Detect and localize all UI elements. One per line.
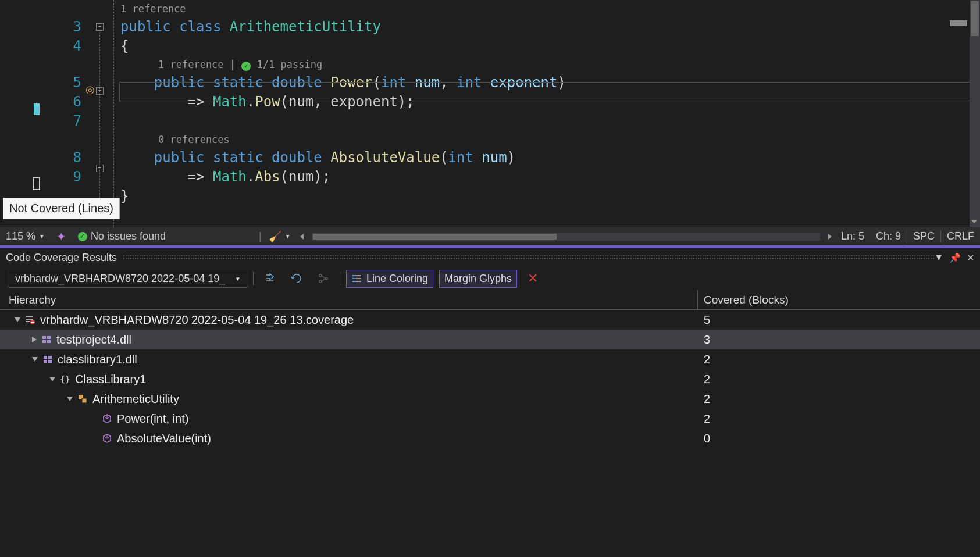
coverage-run-dropdown[interactable]: vrbhardw_VRBHARDW8720 2022-05-04 19_ ▼ xyxy=(9,270,247,288)
scroll-down-icon[interactable] xyxy=(971,220,977,223)
issues-status[interactable]: ✓ No issues found xyxy=(72,230,172,242)
svg-point-2 xyxy=(325,277,327,280)
covered-value: 2 xyxy=(698,412,710,426)
line-number: 8 xyxy=(44,148,81,167)
zoom-dropdown[interactable]: 115 % ▼ xyxy=(0,230,51,242)
coverage-covered-glyph[interactable] xyxy=(34,103,40,115)
svg-rect-8 xyxy=(355,281,361,282)
intellicode-icon[interactable]: ✦ xyxy=(51,230,72,244)
scrollbar-thumb[interactable] xyxy=(971,1,979,36)
coverage-tooltip: Not Covered (Lines) xyxy=(3,198,120,219)
editor-margin xyxy=(0,0,44,227)
test-indicator-icon[interactable]: ◎ xyxy=(85,83,96,94)
tree-item-label: testproject4.dll xyxy=(56,333,131,347)
coverage-toolbar: vrbhardw_VRBHARDW8720 2022-05-04 19_ ▼ L… xyxy=(0,267,980,290)
merge-icon[interactable] xyxy=(313,270,334,287)
scroll-left-icon[interactable] xyxy=(297,231,307,242)
module-icon xyxy=(41,334,52,345)
svg-rect-13 xyxy=(31,322,34,323)
tree-row[interactable]: ArithemeticUtility 2 xyxy=(0,389,980,409)
line-number: 7 xyxy=(44,112,81,131)
covered-value: 0 xyxy=(698,432,710,445)
panel-dropdown-icon[interactable]: ▼ xyxy=(934,252,943,263)
scroll-right-icon[interactable] xyxy=(825,231,835,242)
svg-rect-16 xyxy=(42,340,46,343)
coverage-not-covered-glyph[interactable] xyxy=(33,177,40,190)
tree-row[interactable]: Power(int, int) 2 xyxy=(0,409,980,429)
horizontal-scrollbar[interactable] xyxy=(312,233,820,241)
pin-icon[interactable]: 📌 xyxy=(949,252,961,263)
code-line[interactable]: => Math.Abs(num); xyxy=(120,167,980,187)
export-icon[interactable] xyxy=(259,270,280,287)
close-icon[interactable]: ✕ xyxy=(967,252,974,263)
method-icon xyxy=(102,413,112,424)
tree-item-label: AbsoluteValue(int) xyxy=(117,432,211,445)
delete-icon[interactable]: ✕ xyxy=(523,271,543,286)
covered-value: 2 xyxy=(698,373,710,386)
code-line[interactable]: public static double AbsoluteValue(int n… xyxy=(120,148,980,167)
vertical-scrollbar[interactable] xyxy=(970,0,980,227)
current-line-highlight xyxy=(119,82,974,101)
editor-status-bar: 115 % ▼ ✦ ✓ No issues found | 🧹▼ Ln: 5 C… xyxy=(0,227,980,245)
codelens[interactable]: 1 reference | ✓ 1/1 passing xyxy=(120,56,980,73)
line-ending[interactable]: CRLF xyxy=(940,230,980,242)
code-line[interactable]: } xyxy=(120,187,980,206)
covered-value: 2 xyxy=(698,392,710,406)
codelens[interactable]: 0 references xyxy=(120,131,980,148)
svg-point-0 xyxy=(319,274,322,277)
cleanup-icon[interactable]: 🧹▼ xyxy=(263,230,297,243)
code-line[interactable]: public class ArithemeticUtility xyxy=(120,17,980,37)
code-line[interactable]: { xyxy=(120,37,980,56)
expander-open-icon[interactable] xyxy=(49,377,55,381)
tree-row[interactable]: testproject4.dll 3 xyxy=(0,330,980,349)
class-icon xyxy=(77,394,88,404)
column-covered[interactable]: Covered (Blocks) xyxy=(698,294,980,306)
expander-open-icon[interactable] xyxy=(67,397,73,401)
svg-rect-19 xyxy=(48,356,52,359)
svg-rect-3 xyxy=(352,275,355,276)
tree-row[interactable]: AbsoluteValue(int) 0 xyxy=(0,429,980,448)
svg-rect-7 xyxy=(352,281,355,282)
fold-toggle[interactable]: − xyxy=(96,87,104,95)
check-icon: ✓ xyxy=(78,232,87,241)
line-number: 3 xyxy=(44,17,81,37)
code-line[interactable] xyxy=(120,112,980,131)
fold-toggle[interactable]: − xyxy=(96,23,104,31)
tree-header: Hierarchy Covered (Blocks) xyxy=(0,290,980,310)
codelens[interactable]: 1 reference xyxy=(120,0,980,17)
coverage-tree: vrbhardw_VRBHARDW8720 2022-05-04 19_26 1… xyxy=(0,310,980,448)
expander-closed-icon[interactable] xyxy=(32,337,37,342)
svg-rect-18 xyxy=(44,356,47,359)
column-hierarchy[interactable]: Hierarchy xyxy=(0,290,698,309)
tree-item-label: Power(int, int) xyxy=(117,412,188,426)
tree-item-label: classlibrary1.dll xyxy=(58,353,137,366)
covered-value: 2 xyxy=(698,353,710,366)
panel-header: Code Coverage Results ▼ 📌 ✕ xyxy=(0,248,980,267)
line-number: 5 xyxy=(44,73,81,92)
tree-item-label: ArithemeticUtility xyxy=(92,392,179,406)
code-editor[interactable]: 3 4 5 6 7 8 9 ◎ − − − 1 reference public… xyxy=(0,0,980,227)
margin-glyphs-button[interactable]: Margin Glyphs xyxy=(439,270,517,288)
panel-grip[interactable] xyxy=(123,255,934,260)
scrollbar-thumb[interactable] xyxy=(313,234,557,240)
tree-row[interactable]: vrbhardw_VRBHARDW8720 2022-05-04 19_26 1… xyxy=(0,310,980,330)
svg-rect-20 xyxy=(44,360,47,363)
tree-row[interactable]: {} ClassLibrary1 2 xyxy=(0,369,980,389)
tree-row[interactable]: classlibrary1.dll 2 xyxy=(0,349,980,369)
line-number: 4 xyxy=(44,37,81,56)
svg-rect-17 xyxy=(47,340,51,343)
indent-mode[interactable]: SPC xyxy=(907,230,940,242)
method-icon xyxy=(102,433,112,444)
import-icon[interactable] xyxy=(286,270,307,287)
svg-rect-14 xyxy=(42,336,46,339)
line-number-gutter: 3 4 5 6 7 8 9 xyxy=(44,0,90,227)
svg-rect-15 xyxy=(47,336,51,339)
fold-toggle[interactable]: − xyxy=(96,165,104,172)
cursor-line[interactable]: Ln: 5 xyxy=(835,230,870,242)
expander-open-icon[interactable] xyxy=(32,357,38,362)
code-content[interactable]: 1 reference public class ArithemeticUtil… xyxy=(120,0,980,227)
cursor-char[interactable]: Ch: 9 xyxy=(870,230,907,242)
line-coloring-button[interactable]: Line Coloring xyxy=(346,270,433,288)
minimap-marker xyxy=(950,20,967,26)
expander-open-icon[interactable] xyxy=(15,317,20,322)
